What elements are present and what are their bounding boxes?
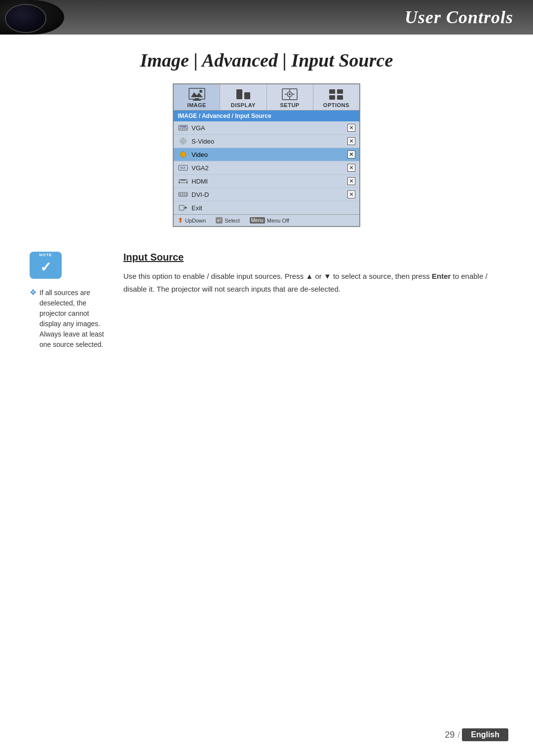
page-number: 29 (445, 730, 457, 740)
osd-section-header: IMAGE / Advanced / Input Source (174, 111, 359, 121)
note-text: If all sources are deselected, the proje… (39, 288, 109, 350)
select-label: Select (225, 218, 240, 224)
tab-label-setup: SETUP (280, 102, 300, 108)
footer-select: ↵ Select (216, 217, 240, 224)
description-section: Input Source Use this option to enable /… (123, 252, 503, 352)
footer-updown: ⬆ UpDown (178, 217, 206, 224)
osd-tab-options: OPTIONS (313, 84, 359, 110)
osd-item-svideo: S-Video ✕ (174, 135, 359, 148)
header-band: User Controls (0, 0, 533, 35)
osd-tab-display: DISPLAY (220, 84, 266, 110)
svg-rect-38 (181, 180, 186, 181)
display-tab-icon (234, 87, 252, 101)
lower-section: ❖ If all sources are deselected, the pro… (0, 252, 533, 352)
svg-rect-5 (236, 89, 242, 99)
svg-rect-39 (179, 182, 180, 184)
svideo-checkbox: ✕ (347, 137, 355, 145)
video-icon (178, 151, 189, 158)
bullet-mark-icon: ❖ (30, 288, 37, 350)
page-title: Image | Advanced | Input Source (0, 35, 533, 83)
svg-rect-14 (329, 89, 335, 94)
footer-menu-off: Menu Menu Off (250, 217, 289, 224)
dvid-label: DVI-D (191, 191, 347, 198)
exit-icon (178, 204, 189, 212)
svg-text:VGA: VGA (180, 166, 186, 169)
vga-checkbox: ✕ (347, 124, 355, 132)
svg-rect-48 (184, 195, 185, 196)
svg-marker-1 (191, 92, 203, 97)
vga-icon: VGA (178, 124, 189, 132)
svg-rect-43 (182, 193, 183, 194)
hdmi-label: HDMI (191, 178, 347, 185)
svg-point-9 (289, 93, 291, 95)
svg-rect-4 (193, 100, 201, 101)
svg-point-2 (199, 90, 202, 93)
note-box: ❖ If all sources are deselected, the pro… (30, 252, 109, 352)
svg-rect-23 (180, 128, 181, 129)
exit-label: Exit (191, 204, 355, 212)
video-checkbox: ✕ (347, 151, 355, 158)
svg-rect-50 (179, 205, 184, 210)
vga-label: VGA (191, 124, 347, 132)
svg-rect-49 (186, 195, 187, 196)
vga2-icon: VGA (178, 164, 189, 172)
svideo-icon (178, 137, 189, 145)
svg-rect-40 (187, 182, 188, 184)
osd-tab-setup: SETUP (267, 84, 313, 110)
svg-rect-17 (337, 95, 343, 100)
osd-tab-image: IMAGE (174, 84, 220, 110)
osd-item-dvid: DVI-D ✕ (174, 188, 359, 201)
osd-item-exit: Exit (174, 201, 359, 214)
svg-text:VGA: VGA (181, 125, 186, 128)
note-icon (30, 252, 62, 279)
svg-rect-46 (180, 195, 181, 196)
updown-label: UpDown (185, 218, 206, 224)
osd-tabs: IMAGE DISPLAY (174, 84, 359, 111)
osd-menu-body: VGA VGA ✕ (174, 121, 359, 214)
osd-item-hdmi: HDMI ✕ (174, 175, 359, 188)
svg-point-30 (183, 141, 184, 142)
osd-item-vga2: VGA VGA2 ✕ (174, 161, 359, 175)
image-tab-icon (188, 87, 206, 101)
svg-rect-3 (195, 98, 199, 100)
svg-rect-44 (184, 193, 185, 194)
options-tab-icon (327, 87, 345, 101)
svg-rect-15 (337, 89, 343, 94)
page-header-title: User Controls (405, 7, 513, 28)
note-bullet-item: ❖ If all sources are deselected, the pro… (30, 288, 109, 350)
vga2-checkbox: ✕ (347, 164, 355, 172)
svideo-label: S-Video (191, 138, 347, 145)
osd-footer: ⬆ UpDown ↵ Select Menu Menu Off (174, 214, 359, 226)
input-source-description: Use this option to enable / disable inpu… (123, 270, 503, 295)
svg-rect-25 (184, 128, 185, 129)
svg-rect-16 (329, 95, 335, 100)
svg-rect-47 (182, 195, 183, 196)
osd-screenshot: IMAGE DISPLAY (173, 83, 360, 227)
dvid-icon (178, 190, 189, 198)
menu-off-label: Menu Off (267, 218, 289, 224)
updown-arrow-icon: ⬆ (178, 217, 183, 224)
svg-rect-26 (186, 128, 187, 129)
lens-decoration (0, 0, 64, 35)
osd-item-video: Video ✕ (174, 148, 359, 161)
osd-item-vga: VGA VGA ✕ (174, 121, 359, 135)
svg-rect-45 (186, 193, 187, 194)
setup-tab-icon (281, 87, 299, 101)
page-footer: 29 / English (445, 728, 508, 741)
video-label: Video (191, 151, 347, 158)
svg-marker-52 (185, 206, 187, 209)
enter-icon: ↵ (216, 217, 223, 224)
hdmi-icon (178, 177, 189, 185)
menu-label-icon: Menu (250, 217, 265, 224)
svg-rect-6 (244, 92, 250, 99)
main-content: IMAGE DISPLAY (0, 83, 533, 247)
svg-rect-42 (180, 193, 181, 194)
page-language: English (462, 728, 508, 741)
tab-label-display: DISPLAY (231, 102, 256, 108)
hdmi-checkbox: ✕ (347, 177, 355, 185)
input-source-title: Input Source (123, 252, 503, 263)
tab-label-options: OPTIONS (323, 102, 349, 108)
svg-rect-24 (182, 128, 183, 129)
svg-rect-0 (189, 88, 205, 99)
vga2-label: VGA2 (191, 164, 347, 172)
